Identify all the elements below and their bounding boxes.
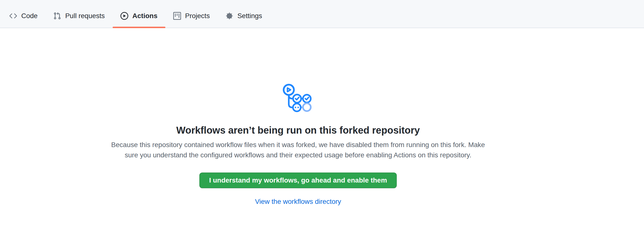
code-icon — [9, 12, 17, 20]
tab-code[interactable]: Code — [2, 4, 46, 28]
git-pull-request-icon — [53, 12, 61, 20]
play-circle-icon — [120, 12, 128, 20]
workflow-graph-icon — [282, 82, 314, 113]
tab-label: Code — [21, 12, 38, 20]
description-line: sure you understand the configured workf… — [102, 150, 494, 160]
description-line: Because this repository contained workfl… — [102, 140, 494, 150]
workflows-disabled-blankslate: Workflows aren’t being run on this forke… — [102, 82, 494, 206]
description: Because this repository contained workfl… — [102, 140, 494, 160]
tab-pull-requests[interactable]: Pull requests — [46, 4, 113, 28]
enable-workflows-button[interactable]: I understand my workflows, go ahead and … — [199, 172, 397, 188]
page-title: Workflows aren’t being run on this forke… — [102, 125, 494, 136]
repo-tab-bar: Code Pull requests Actions Projects — [0, 0, 644, 28]
workflows-link-row: View the workflows directory — [102, 197, 494, 206]
tab-label: Pull requests — [65, 12, 105, 20]
tab-label: Settings — [238, 12, 262, 20]
project-board-icon — [173, 12, 181, 20]
tab-label: Projects — [185, 12, 210, 20]
tab-actions[interactable]: Actions — [113, 4, 166, 28]
gear-icon — [226, 12, 233, 20]
tab-label: Actions — [132, 12, 158, 20]
workflows-directory-link[interactable]: View the workflows directory — [255, 198, 341, 205]
tab-projects[interactable]: Projects — [166, 4, 218, 28]
tab-settings[interactable]: Settings — [218, 4, 270, 28]
actions-page: Code Pull requests Actions Projects — [0, 0, 644, 231]
